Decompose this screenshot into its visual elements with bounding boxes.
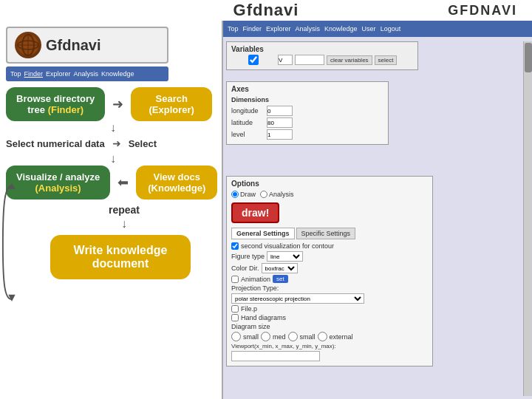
bottom-boxes-row: Visualize / analyze(Analysis) ⬅ View doc… bbox=[6, 166, 220, 200]
var-checkbox[interactable] bbox=[231, 55, 276, 65]
latitude-row: latitude bbox=[231, 117, 383, 128]
draw-button[interactable]: draw! bbox=[231, 202, 279, 223]
browse-box: Browse directorytree (Finder) bbox=[6, 87, 105, 121]
var-text-input[interactable] bbox=[278, 55, 293, 65]
middle-row: Select numerical data ➜ Select bbox=[6, 137, 220, 149]
level-label: level bbox=[231, 131, 265, 138]
right-panel: Top Finder Explorer Analysis Knowledge U… bbox=[222, 21, 532, 399]
figure-type-row: Figure type line contour scatter bbox=[231, 251, 428, 262]
animation-row: Animation set bbox=[231, 275, 428, 283]
size-external-label: external bbox=[330, 333, 353, 341]
scrollbar[interactable] bbox=[523, 41, 532, 396]
hand-diagrams-row: Hand diagrams bbox=[231, 314, 428, 321]
analysis-label: Analysis bbox=[269, 191, 294, 198]
figure-type-select[interactable]: line contour scatter bbox=[267, 251, 303, 262]
draw-analysis-row: Draw Analysis bbox=[231, 191, 428, 198]
longitude-input[interactable] bbox=[267, 106, 293, 116]
analysis-highlight: (Analysis) bbox=[35, 183, 81, 194]
settings-tabs: General Settings Specific Settings bbox=[231, 228, 428, 239]
nav-explorer[interactable]: Explorer bbox=[46, 70, 71, 78]
figure-type-label: Figure type bbox=[231, 253, 265, 260]
size-small2-radio[interactable] bbox=[288, 332, 298, 341]
size-external-radio[interactable] bbox=[318, 332, 327, 341]
general-settings-tab[interactable]: General Settings bbox=[231, 228, 295, 239]
axes-title: Axes bbox=[231, 85, 383, 93]
animation-checkbox[interactable] bbox=[231, 276, 239, 283]
clear-variables-btn[interactable]: clear variables bbox=[327, 55, 372, 65]
dimensions-label: Dimensions bbox=[231, 96, 383, 103]
gfd-logo-box: Gfdnavi bbox=[6, 27, 168, 64]
select-label: Select bbox=[129, 138, 157, 149]
rnav-analysis[interactable]: Analysis bbox=[296, 25, 321, 33]
hand-diagrams-checkbox[interactable] bbox=[231, 314, 239, 321]
second-viz-checkbox[interactable] bbox=[231, 242, 239, 250]
viewport-row: Viewport(x_min, x_max, y_min, y_max): bbox=[231, 343, 428, 349]
variables-box: Variables #15 clear variables select bbox=[226, 41, 418, 70]
size-med-label: med bbox=[273, 333, 286, 341]
rnav-knowledge[interactable]: Knowledge bbox=[324, 25, 358, 33]
nav-top[interactable]: Top bbox=[10, 70, 21, 78]
projection-select-row: polar stereoscopic projection mercator bbox=[231, 293, 428, 304]
select-numerical-label: Select numerical data bbox=[6, 138, 105, 149]
arrow-down-1: ↓ bbox=[6, 121, 220, 134]
nav-bar: Top Finder Explorer Analysis Knowledge bbox=[6, 66, 168, 81]
var-input-row: #15 clear variables select bbox=[231, 55, 413, 65]
second-viz-row: second visualization for contour bbox=[231, 242, 428, 250]
animation-label: Animation bbox=[241, 276, 270, 283]
color-dir-row: Color Dir. boxfrac linear bbox=[231, 263, 428, 273]
loop-arrow bbox=[1, 180, 22, 309]
draw-radio-label: Draw bbox=[231, 191, 256, 198]
options-box: Options Draw Analysis draw! General Sett… bbox=[226, 176, 433, 366]
draw-radio[interactable] bbox=[231, 191, 239, 198]
diagram-size-label: Diagram size bbox=[231, 323, 270, 330]
nav-knowledge[interactable]: Knowledge bbox=[101, 70, 134, 78]
animation-btn[interactable]: set bbox=[273, 275, 288, 283]
longitude-row: longitude bbox=[231, 106, 383, 116]
analysis-radio[interactable] bbox=[260, 191, 267, 198]
arrow-right-2: ➜ bbox=[112, 137, 121, 149]
file-p-row: File.p bbox=[231, 305, 428, 313]
rnav-user[interactable]: User bbox=[362, 25, 376, 33]
arrow-right-1: ➜ bbox=[112, 96, 123, 112]
knowledge-highlight: (Knowledge) bbox=[148, 183, 205, 194]
write-knowledge-box: Write knowledgedocument bbox=[50, 235, 191, 279]
arrow-right-3: ⬅ bbox=[117, 174, 129, 191]
rnav-explorer[interactable]: Explorer bbox=[266, 25, 291, 33]
longitude-label: longitude bbox=[231, 107, 265, 115]
var-value-input[interactable]: #15 bbox=[295, 55, 324, 65]
rnav-top[interactable]: Top bbox=[228, 25, 239, 33]
nav-analysis[interactable]: Analysis bbox=[74, 70, 99, 78]
rnav-finder[interactable]: Finder bbox=[243, 25, 262, 33]
nav-finder[interactable]: Finder bbox=[24, 70, 44, 78]
size-small-label: small bbox=[243, 333, 259, 341]
size-med-radio[interactable] bbox=[261, 332, 270, 341]
file-p-checkbox[interactable] bbox=[231, 305, 239, 313]
file-p-label: File.p bbox=[241, 305, 257, 313]
view-docs-box: View docs(Knowledge) bbox=[136, 166, 217, 200]
left-panel: Gfdnavi Top Finder Explorer Analysis Kno… bbox=[0, 21, 222, 399]
level-row: level bbox=[231, 129, 383, 140]
scroll-thumb bbox=[525, 43, 532, 72]
top-header: Gfdnavi GFDNAVI bbox=[0, 0, 532, 21]
projection-select[interactable]: polar stereoscopic projection mercator bbox=[231, 293, 364, 304]
repeat-label: repeat bbox=[109, 204, 140, 216]
specific-settings-tab[interactable]: Specific Settings bbox=[296, 228, 356, 239]
projection-label: Projection Type: bbox=[231, 284, 279, 292]
logo-text: Gfdnavi bbox=[46, 37, 100, 54]
viewport-input-row: 0,000000 bbox=[231, 351, 428, 361]
color-dir-select[interactable]: boxfrac linear bbox=[262, 263, 298, 273]
rnav-logout[interactable]: Logout bbox=[381, 25, 401, 33]
select-btn[interactable]: select bbox=[375, 55, 398, 65]
latitude-input[interactable] bbox=[267, 117, 293, 128]
finder-highlight: (Finder) bbox=[48, 104, 83, 115]
latitude-label: latitude bbox=[231, 119, 265, 126]
size-small-radio[interactable] bbox=[231, 332, 241, 341]
viewport-label: Viewport(x_min, x_max, y_min, y_max): bbox=[231, 343, 336, 349]
level-input[interactable] bbox=[267, 129, 293, 140]
size-small2-label: small bbox=[300, 333, 316, 341]
options-title: Options bbox=[231, 180, 428, 188]
second-viz-label: second visualization for contour bbox=[241, 242, 334, 250]
arrow-down-2: ↓ bbox=[6, 152, 220, 166]
page-title: Gfdnavi bbox=[233, 1, 299, 20]
viewport-input[interactable]: 0,000000 bbox=[231, 351, 320, 361]
